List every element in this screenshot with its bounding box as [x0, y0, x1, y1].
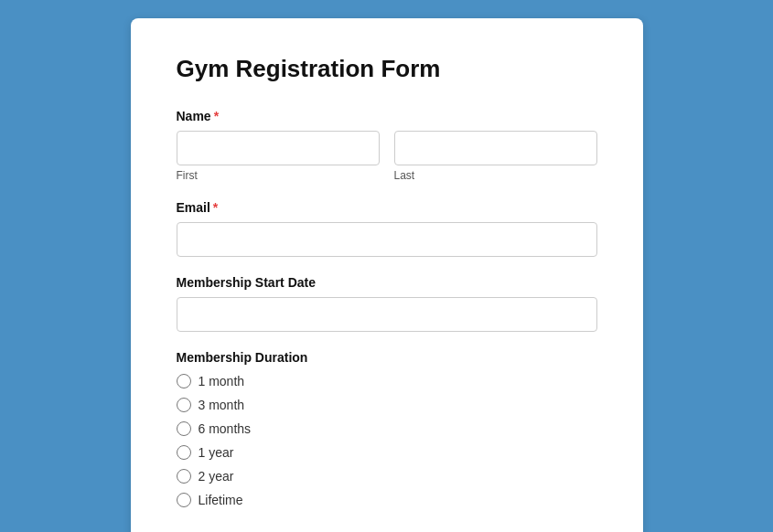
membership-duration-group: Membership Duration 1 month 3 month 6 mo…: [177, 350, 597, 507]
membership-duration-label: Membership Duration: [177, 350, 597, 365]
first-name-field: First: [177, 131, 380, 182]
duration-radio-3month[interactable]: [177, 398, 191, 412]
duration-option-6months[interactable]: 6 months: [177, 421, 597, 436]
last-name-field: Last: [394, 131, 597, 182]
duration-label-1month: 1 month: [199, 374, 245, 388]
duration-label-1year: 1 year: [199, 445, 234, 460]
duration-option-lifetime[interactable]: Lifetime: [177, 493, 597, 507]
duration-option-2year[interactable]: 2 year: [177, 469, 597, 484]
email-label: Email*: [177, 200, 597, 215]
duration-radio-group: 1 month 3 month 6 months 1 year 2 year L…: [177, 374, 597, 507]
first-name-input[interactable]: [177, 131, 380, 165]
duration-radio-1year[interactable]: [177, 445, 191, 460]
membership-date-input[interactable]: [177, 297, 597, 332]
name-group: Name* First Last: [177, 109, 597, 182]
form-title: Gym Registration Form: [177, 55, 597, 83]
duration-radio-lifetime[interactable]: [177, 493, 191, 507]
name-label: Name*: [177, 109, 597, 123]
email-required-star: *: [213, 200, 218, 215]
duration-option-1month[interactable]: 1 month: [177, 374, 597, 388]
last-name-input[interactable]: [394, 131, 597, 165]
membership-date-label: Membership Start Date: [177, 275, 597, 290]
email-group: Email*: [177, 200, 597, 257]
duration-radio-6months[interactable]: [177, 421, 191, 436]
name-row: First Last: [177, 131, 597, 182]
duration-label-3month: 3 month: [199, 398, 245, 412]
name-required-star: *: [214, 109, 219, 123]
last-name-sublabel: Last: [394, 169, 597, 182]
first-name-sublabel: First: [177, 169, 380, 182]
membership-date-group: Membership Start Date: [177, 275, 597, 332]
form-card: Gym Registration Form Name* First Last E…: [131, 18, 643, 532]
duration-label-6months: 6 months: [199, 421, 252, 436]
duration-radio-1month[interactable]: [177, 374, 191, 388]
duration-radio-2year[interactable]: [177, 469, 191, 484]
duration-label-lifetime: Lifetime: [199, 493, 243, 507]
email-input[interactable]: [177, 222, 597, 257]
duration-option-3month[interactable]: 3 month: [177, 398, 597, 412]
duration-label-2year: 2 year: [199, 469, 234, 484]
duration-option-1year[interactable]: 1 year: [177, 445, 597, 460]
